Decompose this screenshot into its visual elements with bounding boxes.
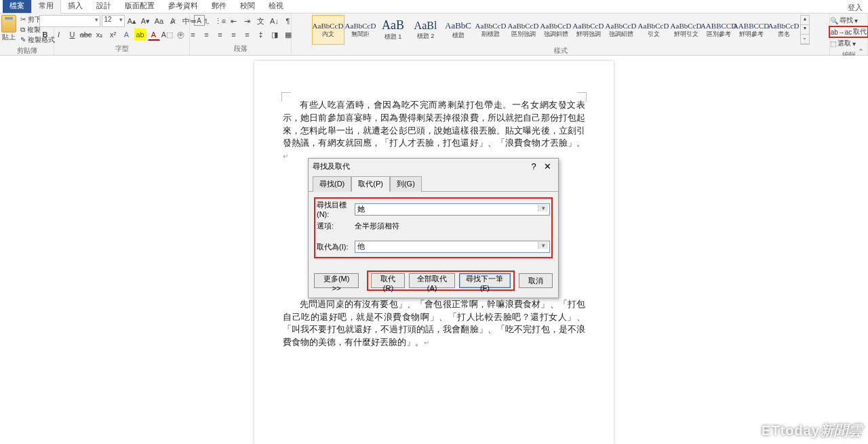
styles-group-label: 樣式 xyxy=(554,45,568,56)
tab-mailings[interactable]: 郵件 xyxy=(205,0,233,13)
gallery-scroll[interactable]: ▴▾⌄ xyxy=(800,15,810,45)
change-case-button[interactable]: Aa xyxy=(153,15,165,27)
style-鮮明引文[interactable]: AaBbCcD鮮明引文 xyxy=(670,15,703,45)
group-font: 12 A▴ A▾ Aa A̷ 中 A B I U abc x₂ x² A ab … xyxy=(54,14,190,55)
dialog-tab-replace[interactable]: 取代(P) xyxy=(351,176,390,192)
style-副標題[interactable]: AaBbCcD副標題 xyxy=(475,15,507,45)
text-effects-button[interactable]: A xyxy=(121,28,133,41)
bold-button[interactable]: B xyxy=(39,28,52,41)
margin-corner xyxy=(281,92,291,102)
bullets-button[interactable]: ≔ xyxy=(187,15,199,27)
menu-tabs: 檔案 常用 插入 設計 版面配置 參考資料 郵件 校閱 檢視 登入 xyxy=(0,0,868,14)
align-center-button[interactable]: ≡ xyxy=(201,28,213,41)
style-書名[interactable]: AaBbCcD書名 xyxy=(768,15,800,45)
dialog-help-button[interactable]: ? xyxy=(527,161,540,171)
tab-file[interactable]: 檔案 xyxy=(3,0,31,13)
tab-home[interactable]: 常用 xyxy=(31,0,61,14)
highlight-button[interactable]: ab xyxy=(134,28,146,41)
find-what-label: 尋找目標(N): xyxy=(317,200,352,218)
style-標題 2[interactable]: AaBl標題 2 xyxy=(410,15,442,45)
font-size-combo[interactable]: 12 xyxy=(102,15,125,27)
font-family-combo[interactable] xyxy=(39,15,100,27)
ribbon: 貼上 ✂ 剪下 ⧉ 複製 ✎ 複製格式 剪貼簿 12 A▴ A▾ Aa A̷ 中… xyxy=(0,14,868,56)
paragraph-1[interactable]: 有些人吃喜酒時，會因為吃不完而將剩菜打包帶走。一名女網友發文表示，她日前參加喜宴… xyxy=(283,99,585,163)
style-強調組體[interactable]: AaBbCcD強調組體 xyxy=(605,15,637,45)
clear-format-button[interactable]: A̷ xyxy=(167,15,179,27)
dialog-close-button[interactable]: ✕ xyxy=(540,161,554,171)
justify-button[interactable]: ≡ xyxy=(228,28,240,41)
options-label: 選項: xyxy=(317,221,352,231)
style-無間距[interactable]: AaBbCcD無間距 xyxy=(344,15,377,45)
paragraph-2[interactable]: 先問過同桌的有沒有要包」、「會包很正常啊，幹嘛浪費食材」、「打包自己吃的還好吧，… xyxy=(283,298,585,349)
subscript-button[interactable]: x₂ xyxy=(94,28,106,41)
dialog-tab-find[interactable]: 尋找(D) xyxy=(313,176,351,192)
replace-one-button[interactable]: 取代(R) xyxy=(371,273,405,288)
style-內文[interactable]: AaBbCcD內文 xyxy=(312,15,344,45)
replace-button[interactable]: ab→ac 取代 xyxy=(829,26,868,38)
find-next-button[interactable]: 尋找下一筆(F) xyxy=(459,273,511,288)
italic-button[interactable]: I xyxy=(53,28,65,41)
text-direction-button[interactable]: 文 xyxy=(255,15,267,27)
more-button[interactable]: 更多(M) >> xyxy=(314,273,359,288)
tab-insert[interactable]: 插入 xyxy=(61,0,90,13)
numbering-button[interactable]: ⒈ xyxy=(201,15,213,27)
shrink-font-button[interactable]: A▾ xyxy=(140,15,152,27)
clipboard-group-label: 剪貼簿 xyxy=(17,45,37,56)
style-區別強調[interactable]: AaBbCcD區別強調 xyxy=(507,15,540,45)
grow-font-button[interactable]: A▴ xyxy=(126,15,138,27)
options-value: 全半形須相符 xyxy=(355,221,399,231)
paste-button[interactable]: 貼上 xyxy=(0,15,19,43)
font-group-label: 字型 xyxy=(115,43,129,54)
distribute-button[interactable]: ≡ xyxy=(241,28,254,41)
tab-view[interactable]: 檢視 xyxy=(262,0,290,13)
search-fields-highlight: 尋找目標(N): 她 選項: 全半形須相符 取代為(I): 他 xyxy=(314,197,553,258)
char-shading-button[interactable]: A⬚ xyxy=(161,28,174,41)
style-鮮明強調[interactable]: AaBbCcD鮮明強調 xyxy=(572,15,605,45)
style-引文[interactable]: AaBbCcD引文 xyxy=(637,15,670,45)
dialog-tab-goto[interactable]: 到(G) xyxy=(390,176,422,192)
superscript-button[interactable]: x² xyxy=(107,28,119,41)
style-鮮明參考[interactable]: AABBCCD鮮明參考 xyxy=(735,15,768,45)
replace-with-input[interactable]: 他 xyxy=(355,241,550,253)
group-paragraph: ≔ ⒈ ⋮≡ ⇤ ⇥ 文 A↓ ¶ ≡ ≡ ≡ ≡ ≡ ‡ ◨ ▦ 段落 xyxy=(190,14,292,55)
margin-corner xyxy=(577,92,587,102)
style-標題[interactable]: AaBbC標題 xyxy=(442,15,475,45)
enclose-char-button[interactable]: ㊥ xyxy=(175,28,187,41)
find-replace-dialog: 尋找及取代 ? ✕ 尋找(D) 取代(P) 到(G) 尋找目標(N): 她 選項… xyxy=(308,158,559,298)
line-spacing-button[interactable]: ‡ xyxy=(255,28,267,41)
tab-design[interactable]: 設計 xyxy=(90,0,118,13)
sign-in[interactable]: 登入 xyxy=(848,3,863,13)
shading-button[interactable]: ◨ xyxy=(269,28,281,41)
underline-button[interactable]: U xyxy=(66,28,79,41)
styles-gallery[interactable]: AaBbCcD內文AaBbCcD無間距AaB標題 1AaBl標題 2AaBbC標… xyxy=(312,15,800,45)
decrease-indent-button[interactable]: ⇤ xyxy=(228,15,240,27)
strike-button[interactable]: abc xyxy=(80,28,92,41)
paste-label: 貼上 xyxy=(2,33,16,42)
sort-button[interactable]: A↓ xyxy=(269,15,281,27)
paste-icon xyxy=(1,15,16,33)
style-強調斜體[interactable]: AaBbCcD強調斜體 xyxy=(540,15,572,45)
find-button[interactable]: 🔍 尋找 ▾ xyxy=(829,15,868,26)
increase-indent-button[interactable]: ⇥ xyxy=(241,15,254,27)
style-標題 1[interactable]: AaB標題 1 xyxy=(377,15,410,45)
multilevel-button[interactable]: ⋮≡ xyxy=(214,15,226,27)
tab-layout[interactable]: 版面配置 xyxy=(118,0,161,13)
watermark: ETtoday新聞雲 xyxy=(762,422,863,440)
align-left-button[interactable]: ≡ xyxy=(187,28,199,41)
align-right-button[interactable]: ≡ xyxy=(214,28,226,41)
cancel-button[interactable]: 取消 xyxy=(519,273,553,288)
tab-references[interactable]: 參考資料 xyxy=(161,0,205,13)
action-buttons-highlight: 取代(R) 全部取代(A) 尋找下一筆(F) xyxy=(367,270,515,291)
find-what-input[interactable]: 她 xyxy=(355,203,550,216)
dialog-title: 尋找及取代 xyxy=(313,161,350,171)
font-color-button[interactable]: A xyxy=(148,28,160,41)
paragraph-group-label: 段落 xyxy=(234,43,248,54)
replace-with-label: 取代為(I): xyxy=(317,242,352,252)
group-styles: AaBbCcD內文AaBbCcD無間距AaB標題 1AaBl標題 2AaBbC標… xyxy=(292,14,830,55)
style-區別參考[interactable]: AABBCCD區別參考 xyxy=(703,15,735,45)
replace-all-button[interactable]: 全部取代(A) xyxy=(409,273,454,288)
tab-review[interactable]: 校閱 xyxy=(233,0,262,13)
